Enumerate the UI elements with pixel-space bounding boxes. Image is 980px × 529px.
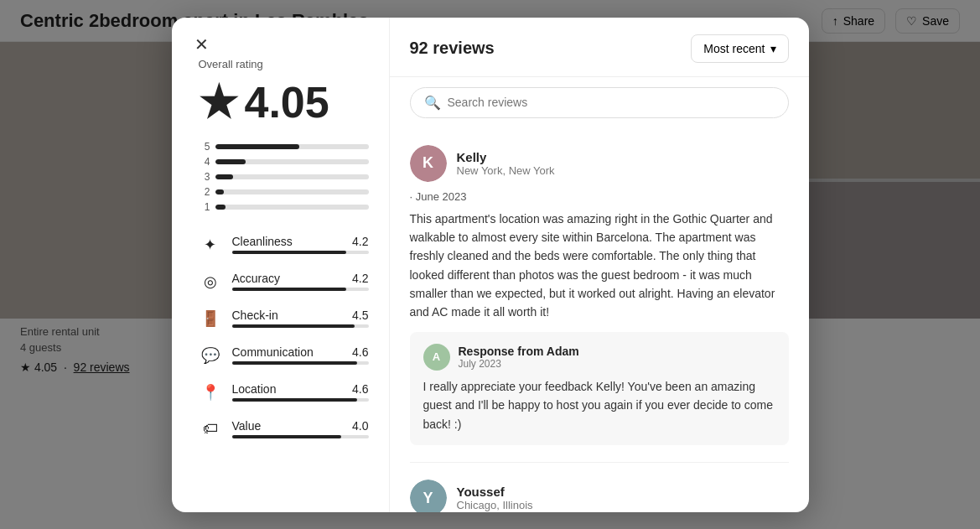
bar-label: 1 (199, 201, 210, 213)
overall-rating-label: Overall rating (199, 58, 369, 70)
bar-fill (215, 174, 234, 179)
host-meta: Response from Adam July 2023 (459, 345, 579, 370)
metric-bar-fill (232, 288, 347, 291)
review-item: Y Youssef Chicago, Illinois · June 2023 … (410, 463, 789, 511)
rating-bar-row: 5 (199, 141, 369, 153)
reviewer-name: Youssef (457, 485, 533, 499)
rating-bar-row: 1 (199, 201, 369, 213)
metric-bar-track (232, 324, 369, 328)
avatar-circle: K (410, 145, 447, 182)
metric-icon: ✦ (199, 233, 222, 257)
metric-score: 4.2 (352, 235, 368, 248)
bar-fill (215, 159, 246, 164)
metric-bar-track (232, 361, 369, 365)
modal-overlay: ✕ Overall rating ★ 4.05 5 4 3 (0, 0, 980, 529)
sort-label: Most recent (703, 42, 765, 55)
metric-score: 4.6 (352, 345, 368, 359)
metric-row: 🏷 Value 4.0 (199, 417, 369, 441)
reviewer-meta: Kelly New York, New York (457, 150, 555, 177)
reviews-count: 92 reviews (410, 39, 495, 58)
avatar-circle: Y (410, 480, 447, 511)
metric-info: Communication 4.6 (232, 345, 369, 365)
big-rating-value: 4.05 (245, 77, 329, 127)
search-bar: 🔍 (410, 87, 789, 118)
host-response-header: A Response from Adam July 2023 (423, 344, 775, 371)
reviews-list: K Kelly New York, New York · June 2023 T… (390, 128, 809, 512)
metric-row: 🚪 Check-in 4.5 (199, 307, 369, 330)
reviewer-meta: Youssef Chicago, Illinois (457, 485, 533, 511)
host-response: A Response from Adam July 2023 I really … (410, 332, 789, 445)
modal-left-panel: Overall rating ★ 4.05 5 4 3 2 (172, 18, 390, 512)
metric-info: Location 4.6 (232, 382, 369, 402)
bar-fill (215, 205, 226, 210)
metric-row: 📍 Location 4.6 (199, 381, 369, 404)
reviewer-header: Y Youssef Chicago, Illinois (410, 480, 789, 511)
bar-track (215, 144, 369, 149)
bar-label: 2 (199, 186, 210, 198)
bar-label: 5 (199, 141, 210, 153)
metric-icon: 💬 (199, 344, 222, 367)
metric-bar-fill (232, 435, 341, 438)
metric-bar-fill (232, 398, 358, 402)
avatar: Y (410, 480, 447, 511)
chevron-down-icon: ▾ (770, 42, 776, 55)
metric-name: Cleanliness (232, 235, 293, 248)
metric-info: Cleanliness 4.2 (232, 235, 369, 254)
host-avatar: A (423, 344, 450, 371)
modal-close-button[interactable]: ✕ (189, 31, 215, 58)
metric-info: Check-in 4.5 (232, 309, 369, 328)
avatar: K (410, 145, 447, 182)
search-icon: 🔍 (424, 95, 441, 111)
metric-row: ✦ Cleanliness 4.2 (199, 233, 369, 257)
metric-score: 4.6 (352, 382, 368, 396)
host-name: Response from Adam (459, 345, 579, 358)
metric-icon: 📍 (199, 381, 222, 404)
metric-bar-track (232, 251, 369, 254)
bar-track (215, 159, 369, 164)
host-text: I really appreciate your feedback Kelly!… (423, 377, 775, 433)
reviewer-location: Chicago, Illinois (457, 499, 533, 511)
big-rating: ★ 4.05 (199, 77, 369, 127)
bar-track (215, 189, 369, 194)
big-star-icon: ★ (199, 77, 238, 127)
sort-dropdown[interactable]: Most recent ▾ (691, 34, 788, 63)
review-date: · June 2023 (410, 190, 467, 203)
metric-name: Value (232, 419, 262, 433)
bar-label: 4 (199, 156, 210, 168)
metric-name: Location (232, 382, 277, 396)
metric-info: Accuracy 4.2 (232, 272, 369, 291)
metric-bar-fill (232, 324, 355, 328)
metric-row: 💬 Communication 4.6 (199, 344, 369, 367)
reviewer-header: K Kelly New York, New York (410, 145, 789, 182)
review-item: K Kelly New York, New York · June 2023 T… (410, 128, 789, 464)
modal-right-header: 92 reviews Most recent ▾ (390, 18, 809, 77)
metric-bar-fill (232, 251, 347, 254)
metrics-list: ✦ Cleanliness 4.2 ◎ Accuracy 4.2 🚪 Chec (199, 233, 369, 441)
metric-name: Communication (232, 345, 314, 359)
metric-score: 4.2 (352, 272, 368, 285)
page-container: Centric 2bedroom apart in Las Ramblas ↑ … (0, 0, 980, 529)
metric-bar-track (232, 435, 369, 438)
search-input[interactable] (448, 96, 775, 109)
rating-bar-row: 3 (199, 171, 369, 183)
metric-name: Check-in (232, 309, 278, 322)
bar-fill (215, 189, 225, 194)
metric-name: Accuracy (232, 272, 281, 285)
metric-score: 4.5 (352, 309, 368, 322)
metric-info: Value 4.0 (232, 419, 369, 438)
metric-icon: 🚪 (199, 307, 222, 330)
bar-fill (215, 144, 300, 149)
rating-bar-row: 2 (199, 186, 369, 198)
bar-track (215, 205, 369, 210)
modal-content: Overall rating ★ 4.05 5 4 3 2 (172, 18, 809, 512)
metric-score: 4.0 (352, 419, 368, 433)
review-meta: · June 2023 (410, 190, 789, 203)
rating-bar-row: 4 (199, 156, 369, 168)
reviewer-location: New York, New York (457, 164, 555, 177)
metric-icon: 🏷 (199, 417, 222, 441)
metric-bar-track (232, 398, 369, 402)
metric-bar-track (232, 288, 369, 291)
metric-bar-fill (232, 361, 358, 365)
rating-bars: 5 4 3 2 1 (199, 141, 369, 213)
metric-icon: ◎ (199, 270, 222, 293)
